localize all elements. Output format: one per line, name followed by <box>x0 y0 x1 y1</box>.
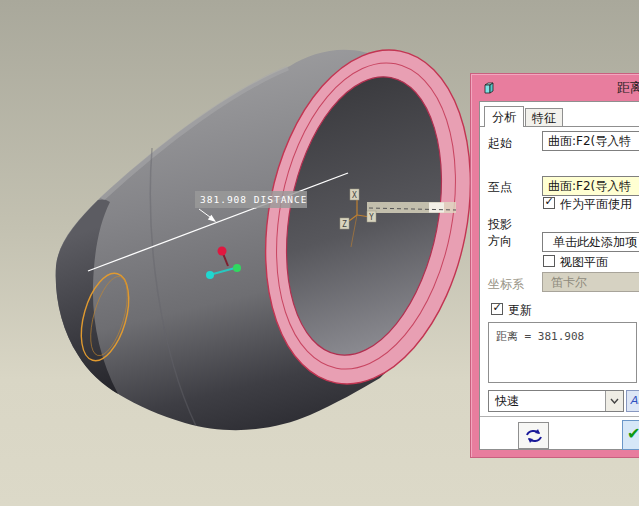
use-as-plane-label: 作为平面使用 <box>560 196 632 213</box>
check-icon: ✓ <box>492 301 501 314</box>
swap-arrows-icon <box>524 428 544 444</box>
dialog-titlebar[interactable]: 距离 <box>471 74 639 101</box>
buttonbar-divider <box>480 416 639 417</box>
axis-label-z: Z <box>340 218 349 229</box>
ok-button[interactable]: ✔ <box>622 420 639 450</box>
axis-label-x: X <box>350 189 359 200</box>
to-point-label: 至点 <box>488 179 512 196</box>
to-point-collector-field[interactable]: 曲面:F2(导入特 <box>542 176 639 196</box>
projection-label-line1: 投影 <box>488 216 512 233</box>
projection-label-line2: 方向 <box>488 233 512 250</box>
results-textarea: 距离 = 381.908 <box>488 322 637 383</box>
tab-analysis[interactable]: 分析 <box>484 106 524 127</box>
view-plane-checkbox[interactable] <box>543 255 555 267</box>
chevron-down-icon <box>610 398 619 404</box>
saved-analysis-button[interactable]: AN <box>626 390 639 412</box>
tab-feature[interactable]: 特征 <box>525 108 563 127</box>
csys-field: 笛卡尔 <box>542 272 639 292</box>
dimension-label[interactable]: 381.908 DISTANCE <box>195 191 308 208</box>
dropdown-arrow-button[interactable] <box>605 391 623 411</box>
update-checkbox[interactable]: ✓ <box>491 303 503 315</box>
add-item-collector-button[interactable]: 单击此处添加项 <box>542 232 639 252</box>
application-viewport: 381.908 DISTANCE X Y <box>0 0 639 506</box>
mode-dropdown[interactable]: 快速 <box>488 390 624 412</box>
svg-text:X: X <box>352 191 357 200</box>
start-label: 起始 <box>488 135 512 152</box>
start-collector-field[interactable]: 曲面:F2(导入特 <box>542 131 639 151</box>
update-label: 更新 <box>508 302 532 319</box>
green-check-icon: ✔ <box>627 424 639 443</box>
svg-text:Z: Z <box>342 220 347 229</box>
use-as-plane-checkbox[interactable]: ✓ <box>543 197 555 209</box>
view-plane-label: 视图平面 <box>560 254 608 271</box>
csys-label: 坐标系 <box>488 276 524 293</box>
repeat-analysis-button[interactable] <box>518 422 549 449</box>
check-icon: ✓ <box>544 195 553 208</box>
dialog-title: 距离 <box>471 79 639 97</box>
svg-text:Y: Y <box>369 213 374 222</box>
dialog-panel: 分析 特征 起始 曲面:F2(导入特 至点 曲面:F2(导入特 ✓ 作为平面使用… <box>479 101 639 450</box>
axis-label-y: Y <box>367 211 376 222</box>
mode-dropdown-value: 快速 <box>495 394 519 408</box>
distance-dialog: 距离 分析 特征 起始 曲面:F2(导入特 至点 曲面:F2(导入特 ✓ 作为平… <box>470 73 639 458</box>
svg-text:381.908 DISTANCE: 381.908 DISTANCE <box>200 194 308 205</box>
